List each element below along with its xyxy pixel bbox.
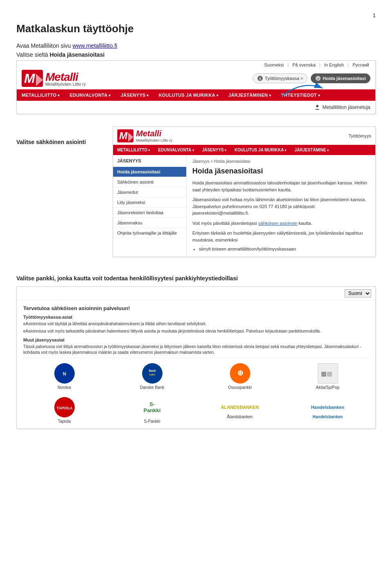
- svg-point-7: [316, 105, 318, 107]
- content-para1: Hoida jäsenasioitasi ammattiosastosi tal…: [192, 180, 370, 193]
- svg-text:M: M: [119, 130, 128, 141]
- bank-nordea[interactable]: N Nordea: [23, 363, 105, 390]
- metalli-m-icon: M: [22, 70, 43, 87]
- nav2-koulutus[interactable]: KOULUTUS JA MURIKKA: [230, 145, 290, 155]
- svg-text:Bank: Bank: [149, 369, 156, 372]
- alandsbanken-text: ÅLANDSBANKEN: [221, 405, 259, 410]
- screenshot3-bank-selection: Suomi Tervetuloa sähköisen asioinnin pal…: [16, 286, 376, 429]
- tapiola-logo: TAPIOLA: [54, 397, 75, 417]
- svg-text:✓: ✓: [317, 77, 320, 81]
- screenshot2-logo-sub: Metallityöväen Liitto ry: [136, 138, 172, 142]
- sidebar-item-liity[interactable]: Liity jäseneksi: [113, 197, 186, 208]
- handelsbanken-logo: Handelsbanken: [312, 402, 344, 413]
- banks-grid-row2: TAPIOLA Tapiola S-Pankki S-Pankki ÅLANDS…: [23, 397, 369, 424]
- kassat-desc1: eAsioinnissa voit täyttää ja lähettää an…: [23, 321, 369, 327]
- tapiola-label: Tapiola: [58, 419, 71, 424]
- svg-text:$: $: [259, 77, 261, 81]
- content-bullets: siirryit toiseen ammattiliittoon/työttöm…: [192, 246, 370, 251]
- person-icon: [314, 104, 321, 111]
- alandsbanken-label: Ålandsbanken: [227, 415, 253, 419]
- language-bar: Suomeksi | På svenska | In English | Рус…: [17, 61, 375, 67]
- handelsbanken-label: Handelsbanken: [313, 415, 343, 419]
- hoida-label: Hoida jäsenasioitasi: [323, 76, 366, 81]
- content-para4: Erityisen tärkeää on huolehtia jäsenyyde…: [192, 230, 370, 243]
- section-sahkoinen: Valitse sähköinen asiointi M Metalli Met…: [16, 126, 376, 267]
- sidebar-item-ohjeita[interactable]: Ohjeita työnantajille ja liittäjille: [113, 228, 186, 238]
- aktia-label: Aktia/Sp/Pop: [316, 385, 340, 390]
- bank-alandsbanken[interactable]: ÅLANDSBANKEN Ålandsbanken: [199, 402, 281, 419]
- logo-subtitle: Metallityöväen Liitto ry: [45, 82, 86, 87]
- handelsbanken-text: Handelsbanken: [311, 405, 344, 410]
- welcome-title: Tervetuloa sähköisen asioinnin palveluun…: [23, 305, 369, 311]
- nav-jarjestaminen[interactable]: JÄRJESTÄMINEN: [223, 89, 276, 101]
- danske-logo: Bank kzBe: [142, 363, 163, 384]
- membership-label: Metalliliiton jäsenetuja: [323, 104, 370, 110]
- tapiola-icon: TAPIOLA: [54, 397, 75, 417]
- hoida-jasena-button[interactable]: ✓ Hoida jäsenasioitasi: [311, 73, 370, 83]
- section3-label: Valitse pankki, jonka kautta voit todent…: [16, 275, 376, 282]
- kassat-desc2: eAsioinnissa voit myös tarkastella päivä…: [23, 328, 369, 334]
- screenshot2-header: M Metalli Metallityöväen Liitto ry Tyött…: [113, 127, 375, 145]
- site-logo: M Metalli Metallityöväen Liitto ry: [22, 70, 86, 87]
- nav2-jasenyys[interactable]: JÄSENYYS: [198, 145, 231, 155]
- lang-svenska[interactable]: På svenska: [292, 62, 316, 67]
- screenshot2-header-right: Työttömyys: [348, 133, 371, 138]
- sidebar-item-hoida[interactable]: Hoida jäsenasioitasi: [113, 167, 186, 177]
- tyottomyyskassa-button[interactable]: $ Työttömyyskassa >: [253, 73, 307, 83]
- nav-jasenyys[interactable]: JÄSENYYS: [116, 89, 154, 101]
- bank-danske[interactable]: Bank kzBe Danske Bank: [111, 363, 193, 390]
- spankki-logo: S-Pankki: [142, 397, 163, 417]
- membership-bar: Metalliliiton jäsenetuja: [17, 101, 375, 114]
- nav-metalliliitto[interactable]: METALLILIITTO: [17, 89, 65, 101]
- nav2-jarjestamine[interactable]: JÄRJESTÄMINE: [290, 145, 332, 155]
- header-actions: $ Työttömyyskassa > ✓ Hoida jäsenasioita…: [253, 73, 370, 83]
- screenshot2-body: JÄSENYYS Hoida jäsenasioitasi Sähköinen …: [113, 155, 375, 257]
- sidebar-item-jasenmaksu[interactable]: Jäsenmaksu: [113, 218, 186, 228]
- divider: [23, 358, 369, 358]
- intro-bold: Hoida jäsenasioitasi: [49, 51, 105, 58]
- sidebar-item-jasenedut[interactable]: Jäsenedut: [113, 187, 186, 197]
- nav-edunvalvonta[interactable]: EDUNVALVONTA: [65, 89, 116, 101]
- spankki-label: S-Pankki: [144, 419, 160, 424]
- bank-tapiola[interactable]: TAPIOLA Tapiola: [23, 397, 105, 424]
- breadcrumb: Jäsenyys > Hoida jäsenasioitasi: [192, 159, 370, 164]
- lang-suomeksi[interactable]: Suomeksi: [264, 62, 284, 67]
- screenshot2-box: M Metalli Metallityöväen Liitto ry Tyött…: [113, 126, 376, 267]
- intro-paragraph: Avaa Metalliliiton sivu www.metalliliitt…: [16, 42, 376, 49]
- osuuspankki-icon: ⊕: [233, 366, 247, 381]
- content-para3: Voit myös päivittää jäsentietojasi sähkö…: [192, 220, 370, 227]
- lang-russian[interactable]: Русский: [352, 62, 369, 67]
- nav2-metalliliitto[interactable]: METALLILIITTO: [113, 145, 154, 155]
- screenshot3-content: Tervetuloa sähköisen asioinnin palveluun…: [17, 300, 375, 428]
- nordea-icon: N: [57, 366, 72, 381]
- content-para2: Jäsenasioitasi voit hoitaa myös lähimmän…: [192, 196, 370, 217]
- intro-text-2: Valitse sieltä: [16, 51, 49, 58]
- bank-spankki[interactable]: S-Pankki S-Pankki: [111, 397, 193, 424]
- nav-koulutus[interactable]: KOULUTUS JA MURIKKA: [154, 89, 224, 101]
- bank-handelsbanken[interactable]: Handelsbanken Handelsbanken: [287, 402, 369, 419]
- nav2-edunvalvonta[interactable]: EDUNVALVONTA: [154, 145, 198, 155]
- svg-rect-19: [321, 372, 326, 377]
- main-navigation: METALLILIITTO EDUNVALVONTA JÄSENYYS KOUL…: [17, 89, 375, 101]
- intro-text-1: Avaa Metalliliiton sivu: [16, 42, 72, 49]
- nordea-label: Nordea: [58, 385, 71, 390]
- nav-yhteystiedot[interactable]: YHTEYSTIEDOT: [276, 89, 325, 101]
- screenshot2-logo: M Metalli Metallityöväen Liitto ry: [117, 129, 172, 142]
- metalliliitto-link[interactable]: www.metalliliitto.fi: [72, 42, 117, 49]
- aktia-icon: [321, 369, 335, 377]
- alandsbanken-logo: ÅLANDSBANKEN: [224, 402, 256, 413]
- sidebar: JÄSENYYS Hoida jäsenasioitasi Sähköinen …: [113, 155, 187, 257]
- section2-label: Valitse sähköinen asiointi: [16, 126, 106, 145]
- screenshot-metalliliitto: Suomeksi | På svenska | In English | Рус…: [16, 60, 376, 114]
- lang-english[interactable]: In English: [324, 62, 344, 67]
- site-header: M Metalli Metallityöväen Liitto ry $ Työ…: [17, 67, 375, 89]
- svg-text:M: M: [24, 71, 36, 86]
- sahkoinen-link[interactable]: sähköisen asioinnin: [258, 221, 297, 226]
- language-select[interactable]: Suomi: [345, 289, 371, 297]
- sidebar-item-jasenrekisteri[interactable]: Jäsenrekisteri tiedottaa: [113, 208, 186, 218]
- bank-osuuspankki[interactable]: ⊕ Osuuspankki: [199, 363, 281, 390]
- page-title: Matkalaskun täyttöohje: [16, 22, 376, 35]
- bank-aktia[interactable]: Aktia/Sp/Pop: [287, 363, 369, 390]
- sidebar-item-sahkoinen[interactable]: Sähköinen asiointi: [113, 177, 186, 187]
- svg-text:TAPIOLA: TAPIOLA: [56, 406, 72, 410]
